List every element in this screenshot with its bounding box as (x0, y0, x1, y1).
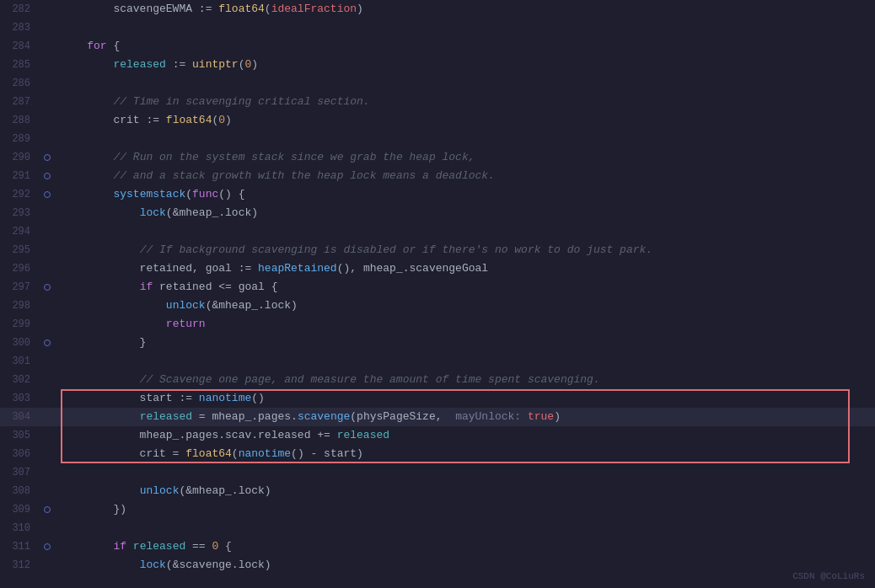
code-text: systemstack(func() { (54, 185, 875, 204)
code-line: 302 // Scavenge one page, and measure th… (0, 371, 875, 389)
line-number: 301 (0, 355, 40, 367)
code-line: 312 lock(&scavenge.lock) (0, 556, 875, 575)
code-text: released := uintptr(0) (54, 56, 875, 74)
code-line: 298 unlock(&mheap_.lock) (0, 297, 875, 315)
code-line: 301 (0, 352, 875, 371)
code-line: 310 (0, 519, 875, 537)
code-line: 303 start := nanotime() (0, 389, 875, 408)
gutter-indicator (40, 191, 54, 198)
code-text: released = mheap_.pages.scavenge(physPag… (54, 408, 875, 426)
code-text: // Scavenge one page, and measure the am… (54, 371, 875, 389)
line-number: 290 (0, 152, 40, 163)
gutter-dot (44, 506, 51, 513)
gutter-indicator (40, 506, 54, 513)
line-number: 311 (0, 541, 40, 553)
code-line: 288 crit := float64(0) (0, 111, 875, 130)
code-text: crit = float64(nanotime() - start) (54, 445, 875, 463)
code-line: 306 crit = float64(nanotime() - start) (0, 445, 875, 463)
gutter-dot (44, 191, 51, 198)
code-text: // and a stack growth with the heap lock… (54, 167, 875, 185)
gutter-dot (44, 543, 51, 550)
code-line: 286 (0, 74, 875, 93)
code-text: unlock(&mheap_.lock) (54, 297, 875, 315)
code-line: 290 // Run on the system stack since we … (0, 148, 875, 167)
line-number: 299 (0, 318, 40, 330)
line-number: 292 (0, 189, 40, 200)
line-number: 310 (0, 522, 40, 534)
gutter-dot (44, 173, 51, 179)
code-line: 282 scavengeEWMA := float64(idealFractio… (0, 0, 875, 19)
code-line: 300 } (0, 334, 875, 352)
code-line: 299 return (0, 315, 875, 334)
code-line: 308 unlock(&mheap_.lock) (0, 482, 875, 500)
code-line: 305 mheap_.pages.scav.released += releas… (0, 426, 875, 445)
line-number: 298 (0, 300, 40, 312)
line-number: 289 (0, 133, 40, 145)
code-area: 282 scavengeEWMA := float64(idealFractio… (0, 0, 875, 575)
line-number: 305 (0, 430, 40, 441)
code-text: // Run on the system stack since we grab… (54, 148, 875, 167)
gutter-indicator (40, 284, 54, 291)
gutter-indicator (40, 339, 54, 346)
code-line: 287 // Time in scavenging critical secti… (0, 93, 875, 111)
code-text: // Time in scavenging critical section. (54, 93, 875, 111)
code-text: start := nanotime() (54, 389, 875, 408)
line-number: 287 (0, 96, 40, 108)
line-number: 296 (0, 263, 40, 275)
line-number: 284 (0, 40, 40, 52)
code-text: // If background scavenging is disabled … (54, 241, 875, 259)
code-line: 285 released := uintptr(0) (0, 56, 875, 74)
code-text: } (54, 334, 875, 352)
code-line: 284 for { (0, 37, 875, 56)
line-number: 293 (0, 207, 40, 219)
code-line: 289 (0, 130, 875, 148)
line-number: 304 (0, 411, 40, 423)
code-line: 293 lock(&mheap_.lock) (0, 204, 875, 222)
code-text: unlock(&mheap_.lock) (54, 482, 875, 500)
gutter-indicator (40, 173, 54, 179)
code-text: mheap_.pages.scav.released += released (54, 426, 875, 445)
line-number: 291 (0, 170, 40, 182)
code-text: }) (54, 500, 875, 519)
code-line: 296 retained, goal := heapRetained(), mh… (0, 259, 875, 278)
code-line: 292 systemstack(func() { (0, 185, 875, 204)
line-number: 282 (0, 3, 40, 15)
code-text: for { (54, 37, 875, 56)
code-text: retained, goal := heapRetained(), mheap_… (54, 259, 875, 278)
code-text: return (54, 315, 875, 334)
line-number: 285 (0, 59, 40, 71)
code-text: crit := float64(0) (54, 111, 875, 130)
gutter-dot (44, 154, 51, 161)
line-number: 306 (0, 448, 40, 460)
watermark: CSDN @CoLiuRs (792, 571, 865, 581)
gutter-indicator (40, 543, 54, 550)
code-text: scavengeEWMA := float64(idealFraction) (54, 0, 875, 19)
line-number: 307 (0, 467, 40, 478)
code-line: 304 released = mheap_.pages.scavenge(phy… (0, 408, 875, 426)
code-line: 311 if released == 0 { (0, 537, 875, 556)
line-number: 303 (0, 393, 40, 404)
line-number: 312 (0, 559, 40, 571)
line-number: 309 (0, 504, 40, 516)
line-number: 286 (0, 78, 40, 89)
line-number: 283 (0, 22, 40, 34)
code-text: if retained <= goal { (54, 278, 875, 297)
code-text: lock(&scavenge.lock) (54, 556, 875, 575)
gutter-dot (44, 339, 51, 346)
code-text: if released == 0 { (54, 537, 875, 556)
gutter-dot (44, 284, 51, 291)
line-number: 300 (0, 337, 40, 349)
code-line: 307 (0, 463, 875, 482)
code-line: 283 (0, 19, 875, 37)
code-line: 294 (0, 222, 875, 241)
code-line: 297 if retained <= goal { (0, 278, 875, 297)
gutter-indicator (40, 154, 54, 161)
line-number: 295 (0, 244, 40, 256)
line-number: 297 (0, 281, 40, 293)
line-number: 302 (0, 374, 40, 386)
code-line: 291 // and a stack growth with the heap … (0, 167, 875, 185)
line-number: 308 (0, 485, 40, 497)
line-number: 288 (0, 115, 40, 126)
code-text: lock(&mheap_.lock) (54, 204, 875, 222)
code-container: 282 scavengeEWMA := float64(idealFractio… (0, 0, 875, 588)
